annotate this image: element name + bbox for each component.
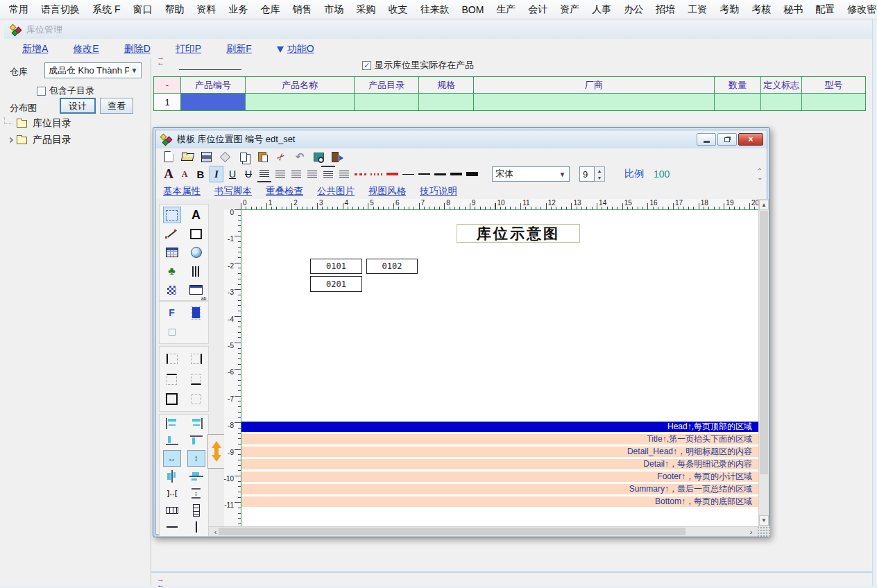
line-red-icon[interactable] — [385, 166, 399, 182]
table-cell[interactable] — [245, 93, 355, 111]
location-box[interactable]: 0201 — [310, 276, 362, 292]
open-icon[interactable] — [180, 150, 194, 164]
menu-item[interactable]: 生产 — [490, 1, 522, 19]
line-thin-1-icon[interactable] — [401, 166, 415, 182]
swap-icon[interactable]: →← — [157, 578, 168, 587]
quick-search-input[interactable] — [179, 58, 241, 70]
table-cell[interactable] — [760, 93, 802, 111]
menu-item[interactable]: 修改密码 — [841, 1, 877, 19]
table-cell[interactable] — [354, 93, 419, 111]
align-top-tool[interactable] — [187, 432, 205, 449]
menu-item[interactable]: 常用 — [3, 1, 35, 19]
view-button[interactable]: 查看 — [100, 98, 133, 114]
table-tool[interactable] — [163, 244, 181, 261]
strikethrough-button[interactable]: U — [241, 166, 255, 182]
action-button[interactable]: 刷新F — [226, 43, 252, 55]
menu-item[interactable]: 配置 — [809, 1, 841, 19]
menu-item[interactable]: 往来款 — [414, 1, 455, 19]
menu-item[interactable]: 业务 — [222, 1, 254, 19]
field-label-tool[interactable] — [187, 282, 205, 298]
menu-item[interactable]: 市场 — [318, 1, 350, 19]
new-icon[interactable] — [162, 150, 176, 164]
table-cell[interactable] — [180, 93, 246, 111]
text-align-left-icon[interactable] — [289, 166, 303, 182]
align-left-tool[interactable] — [163, 415, 181, 432]
undo-icon[interactable] — [293, 150, 307, 164]
space-vertical-tool[interactable] — [187, 485, 205, 501]
column-header[interactable]: 型号 — [801, 76, 866, 94]
text-align-justify-icon[interactable] — [337, 166, 351, 182]
align-bottom-tool[interactable] — [163, 432, 181, 449]
column-header[interactable]: 数量 — [714, 76, 761, 94]
rectangle-tool[interactable] — [187, 225, 205, 242]
line-medium-icon[interactable] — [433, 166, 447, 182]
checkbox-check-icon[interactable]: ✓ — [362, 61, 371, 70]
menu-item[interactable]: 工资 — [681, 1, 713, 19]
table-cell[interactable] — [418, 93, 474, 111]
bold-button[interactable]: B — [194, 166, 207, 182]
tree-item[interactable]: 产品目录 — [4, 132, 146, 148]
border-right-tool[interactable] — [187, 350, 205, 367]
menu-item[interactable]: 收支 — [382, 1, 414, 19]
text-align-right-icon[interactable] — [305, 166, 319, 182]
center-horizontal-tool[interactable] — [163, 468, 181, 485]
toolbar-scroll-icon[interactable]: ⌃⌃ — [757, 164, 763, 184]
spin-up-icon[interactable]: ▲ — [595, 167, 604, 174]
menu-item[interactable]: 资料 — [190, 1, 222, 19]
view-icon[interactable] — [312, 150, 325, 164]
column-header[interactable]: 规格 — [418, 76, 474, 94]
column-header[interactable]: 产品编号 — [180, 76, 246, 94]
table-cell[interactable] — [714, 93, 761, 111]
resize-grip[interactable] — [758, 526, 770, 537]
filled-rect-tool[interactable] — [187, 304, 205, 321]
exit-icon[interactable] — [330, 150, 344, 164]
design-canvas[interactable]: 库位示意图 010101020201 Head↑,每页顶部的区域Title↑,第… — [241, 209, 758, 526]
menu-item[interactable]: 语言切换 — [35, 1, 86, 19]
expander-icon[interactable] — [4, 138, 17, 142]
action-button[interactable]: 打印P — [176, 43, 201, 55]
text-align-bottom-icon[interactable] — [257, 166, 271, 182]
restore-button[interactable] — [717, 133, 737, 146]
report-band[interactable]: Detail↑，每条明细记录的内容 — [241, 459, 758, 469]
designer-tab[interactable]: 技巧说明 — [420, 185, 457, 198]
menu-item[interactable]: 招培 — [649, 1, 681, 19]
vertical-line-tool[interactable] — [187, 519, 205, 535]
designer-tab[interactable]: 基本属性 — [163, 185, 201, 198]
font-decrease-button[interactable]: A — [178, 166, 191, 182]
barcode-tool[interactable] — [187, 263, 205, 279]
scroll-down-icon[interactable]: ▼ — [759, 515, 769, 526]
expander-icon[interactable] — [4, 117, 12, 124]
line-tool[interactable] — [163, 225, 181, 242]
center-vertical-tool[interactable] — [187, 468, 205, 485]
designer-titlebar[interactable]: 模板 库位位置图 编号 edt_set × — [156, 130, 767, 148]
swap-icon[interactable]: →← — [157, 55, 168, 64]
text-align-center-icon[interactable] — [273, 166, 287, 182]
menu-item[interactable]: 考勤 — [713, 1, 745, 19]
field-f-tool[interactable] — [163, 304, 181, 321]
table-cell[interactable] — [473, 93, 715, 111]
align-right-tool[interactable] — [187, 415, 205, 432]
column-header[interactable]: 厂商 — [473, 76, 715, 94]
picture-tool[interactable] — [187, 244, 205, 261]
line-heavy-icon[interactable] — [465, 166, 479, 182]
border-top-tool[interactable] — [163, 371, 181, 388]
small-rect-tool[interactable] — [163, 324, 181, 340]
border-none-tool[interactable] — [187, 391, 205, 408]
column-header[interactable]: 产品名称 — [245, 76, 355, 94]
border-all-tool[interactable] — [163, 391, 181, 408]
move-up-icon[interactable] — [212, 441, 221, 448]
spin-down-icon[interactable]: ▼ — [595, 174, 604, 181]
font-size-spinner[interactable]: ▲▼ — [595, 166, 605, 182]
chevron-down-icon[interactable]: ▼ — [129, 64, 139, 76]
report-band[interactable]: Footer↑，每页的小计区域 — [241, 472, 758, 482]
menu-item[interactable]: 办公 — [618, 1, 649, 19]
menu-item[interactable]: BOM — [455, 1, 490, 18]
table-cell[interactable] — [801, 93, 866, 111]
same-height-tool[interactable] — [187, 450, 205, 467]
menu-item[interactable]: 帮助 — [158, 1, 190, 19]
text-align-top-icon[interactable] — [321, 166, 335, 182]
designer-tab[interactable]: 公共图片 — [317, 185, 355, 198]
text-tool[interactable] — [187, 207, 205, 223]
graph-tool[interactable] — [163, 263, 181, 279]
underline-button[interactable]: U — [225, 166, 239, 182]
